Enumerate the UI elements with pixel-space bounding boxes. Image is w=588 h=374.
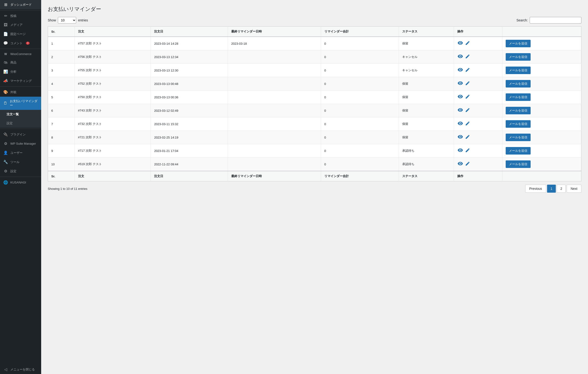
payment-reminder-icon: 🗒 xyxy=(3,101,8,105)
products-icon: 🛍 xyxy=(3,60,8,65)
send-mail-button[interactable]: メールを送信 xyxy=(506,66,531,74)
cell-last-reminder xyxy=(228,91,321,104)
send-mail-button[interactable]: メールを送信 xyxy=(506,134,531,141)
data-table: Sr. 注文 注文日 最終リマインダー日時 リマインダー合計 ステータス 操作 … xyxy=(48,26,581,181)
foot-col-last-reminder: 最終リマインダー日時 xyxy=(228,171,321,181)
sidebar-item-order-list[interactable]: 注文一覧 xyxy=(0,110,41,119)
table-row: 1 #757 次郎 テスト 2023-03-14 14:28 2023-03-1… xyxy=(48,37,581,50)
sidebar-item-close-menu[interactable]: ◁ メニューを閉じる xyxy=(0,365,41,374)
cell-date: 2023-03-14 14:28 xyxy=(151,37,228,50)
page-1-button[interactable]: 1 xyxy=(547,185,556,193)
view-button[interactable] xyxy=(457,121,463,127)
cell-last-reminder xyxy=(228,104,321,117)
table-row: 6 #743 次郎 テスト 2023-03-12 02:49 0 保留 xyxy=(48,104,581,117)
cell-status: 保留 xyxy=(399,37,454,50)
view-button[interactable] xyxy=(457,67,463,73)
send-mail-button[interactable]: メールを送信 xyxy=(506,40,531,47)
sidebar-item-wp-suite[interactable]: ⚙ WP Suite Manager xyxy=(0,139,41,148)
view-button[interactable] xyxy=(457,94,463,100)
edit-button[interactable] xyxy=(465,108,470,113)
sidebar-item-dashboard[interactable]: ⊞ ダッシュボード xyxy=(0,0,41,9)
table-row: 7 #732 次郎 テスト 2023-03-11 15:32 0 保留 xyxy=(48,117,581,131)
edit-button[interactable] xyxy=(465,121,470,127)
next-button[interactable]: Next xyxy=(567,185,581,193)
dashboard-icon: ⊞ xyxy=(3,2,8,7)
cell-actions xyxy=(454,37,502,50)
sidebar-item-media[interactable]: 🖼 メディア xyxy=(0,21,41,29)
sidebar-item-appearance[interactable]: 🎨 外観 xyxy=(0,87,41,97)
sidebar-item-analytics[interactable]: 📊 分析 xyxy=(0,67,41,76)
cell-send: メールを送信 xyxy=(502,64,581,77)
cell-sr: 2 xyxy=(48,50,75,64)
edit-button[interactable] xyxy=(465,41,470,46)
pencil-icon xyxy=(466,108,470,113)
cell-last-reminder xyxy=(228,144,321,158)
cell-order: #721 次郎 テスト xyxy=(74,131,151,144)
view-button[interactable] xyxy=(457,108,463,114)
edit-button[interactable] xyxy=(465,54,470,60)
cell-send: メールを送信 xyxy=(502,77,581,91)
table-row: 2 #756 次郎 テスト 2023-03-13 12:34 0 キャンセル xyxy=(48,50,581,64)
foot-col-action: 操作 xyxy=(454,171,502,181)
send-mail-button[interactable]: メールを送信 xyxy=(506,160,531,168)
edit-button[interactable] xyxy=(465,148,470,154)
cell-date: 2023-02-25 14:19 xyxy=(151,131,228,144)
cell-order: #756 次郎 テスト xyxy=(74,50,151,64)
col-status: ステータス xyxy=(399,27,454,37)
cell-reminder-count: 0 xyxy=(321,50,399,64)
close-menu-icon: ◁ xyxy=(3,367,8,372)
edit-button[interactable] xyxy=(465,67,470,73)
sidebar-item-comments[interactable]: 💬 コメント 3 xyxy=(0,39,41,48)
col-date: 注文日 xyxy=(151,27,228,37)
cell-last-reminder xyxy=(228,131,321,144)
sidebar-item-posts[interactable]: ✏ 投稿 xyxy=(0,11,41,21)
sidebar-item-products[interactable]: 🛍 商品 xyxy=(0,58,41,67)
view-button[interactable] xyxy=(457,54,463,60)
sidebar-item-kusanagi[interactable]: 🌐 KUSANAGI xyxy=(0,178,41,187)
edit-button[interactable] xyxy=(465,81,470,86)
sidebar-item-settings[interactable]: ⚙ 設定 xyxy=(0,167,41,176)
cell-status: 承認待ち xyxy=(399,144,454,158)
col-sr: Sr. xyxy=(48,27,75,37)
page-2-button[interactable]: 2 xyxy=(557,185,566,193)
sidebar-item-sub-settings[interactable]: 設定 xyxy=(0,119,41,128)
send-mail-button[interactable]: メールを送信 xyxy=(506,53,531,61)
cell-reminder-count: 0 xyxy=(321,158,399,171)
pagination: Previous 1 2 Next xyxy=(525,185,581,193)
edit-button[interactable] xyxy=(465,161,470,167)
sidebar-item-woocommerce[interactable]: W WooCommerce xyxy=(0,50,41,58)
view-button[interactable] xyxy=(457,81,463,87)
edit-button[interactable] xyxy=(465,135,470,140)
sidebar-item-plugins[interactable]: 🔌 プラグイン xyxy=(0,130,41,139)
foot-col-send xyxy=(502,171,581,181)
send-mail-button[interactable]: メールを送信 xyxy=(506,80,531,87)
eye-icon xyxy=(458,122,463,127)
view-button[interactable] xyxy=(457,148,463,154)
sidebar-item-pages[interactable]: 📄 固定ページ xyxy=(0,29,41,39)
sidebar-item-tools[interactable]: 🔧 ツール xyxy=(0,157,41,167)
cell-last-reminder xyxy=(228,64,321,77)
appearance-icon: 🎨 xyxy=(3,90,8,94)
sidebar-item-payment-reminder[interactable]: 🗒 お支払いリマインダー xyxy=(0,97,41,110)
send-mail-button[interactable]: メールを送信 xyxy=(506,107,531,114)
table-controls-bottom: Showing 1 to 10 of 11 entries Previous 1… xyxy=(48,185,581,193)
cell-actions xyxy=(454,144,502,158)
show-entries: Show 10 25 50 100 entries xyxy=(48,17,88,23)
cell-sr: 8 xyxy=(48,131,75,144)
view-button[interactable] xyxy=(457,161,463,167)
entries-select[interactable]: 10 25 50 100 xyxy=(58,17,76,23)
view-button[interactable] xyxy=(457,41,463,47)
cell-order: #750 次郎 テスト xyxy=(74,91,151,104)
eye-icon xyxy=(458,68,463,73)
entries-label: entries xyxy=(78,18,88,22)
send-mail-button[interactable]: メールを送信 xyxy=(506,147,531,155)
search-input[interactable] xyxy=(530,17,581,23)
send-mail-button[interactable]: メールを送信 xyxy=(506,93,531,101)
view-button[interactable] xyxy=(457,135,463,140)
sidebar-item-users[interactable]: 👤 ユーザー xyxy=(0,148,41,157)
edit-button[interactable] xyxy=(465,94,470,100)
pencil-icon xyxy=(466,41,470,46)
send-mail-button[interactable]: メールを送信 xyxy=(506,120,531,128)
previous-button[interactable]: Previous xyxy=(525,185,546,193)
sidebar-item-marketing[interactable]: 📣 マーケティング xyxy=(0,76,41,85)
